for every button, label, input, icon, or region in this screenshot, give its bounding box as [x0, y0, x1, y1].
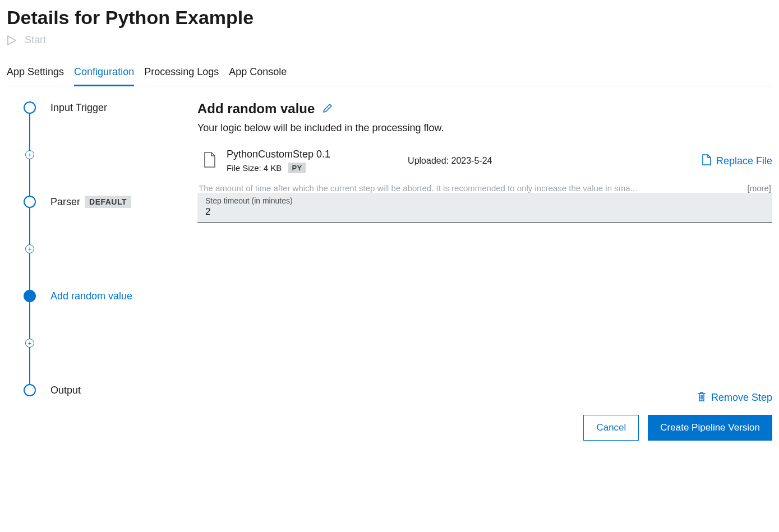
pipeline-node-output[interactable]: Output — [24, 383, 169, 397]
timeout-input-container[interactable]: Step timeout (in minutes) — [197, 193, 772, 223]
step-detail-panel: Add random value Your logic below will b… — [197, 101, 772, 441]
replace-file-label: Replace File — [716, 155, 772, 167]
timeout-input-label: Step timeout (in minutes) — [205, 196, 764, 205]
node-label: Parser — [50, 196, 80, 208]
file-name: PythonCustomStep 0.1 — [227, 149, 330, 160]
remove-step-label: Remove Step — [711, 392, 772, 404]
cancel-button[interactable]: Cancel — [583, 415, 639, 441]
connector-line — [29, 343, 30, 390]
step-description: Your logic below will be included in the… — [197, 122, 772, 134]
tab-bar: App Settings Configuration Processing Lo… — [7, 62, 772, 86]
node-circle-icon — [24, 384, 36, 396]
trash-icon — [697, 391, 707, 405]
node-label: Add random value — [50, 290, 132, 302]
file-type-badge: PY — [288, 163, 305, 173]
edit-icon[interactable] — [322, 102, 334, 115]
tab-processing-logs[interactable]: Processing Logs — [144, 62, 219, 86]
page-title: Details for Python Example — [7, 7, 772, 29]
start-label: Start — [25, 34, 46, 46]
pipeline-sidebar: Input Trigger + Parser DEFAULT + Add ran… — [7, 101, 169, 397]
plus-icon: + — [25, 244, 34, 253]
remove-step-button[interactable]: Remove Step — [697, 391, 772, 405]
connector-line — [29, 296, 30, 343]
pipeline-node-input-trigger[interactable]: Input Trigger — [24, 101, 169, 114]
file-info-row: PythonCustomStep 0.1 File Size: 4 KB PY … — [197, 146, 772, 183]
pipeline-node-parser[interactable]: Parser DEFAULT — [24, 195, 169, 209]
connector-line — [29, 155, 30, 202]
tab-app-console[interactable]: App Console — [229, 62, 287, 86]
node-label: Input Trigger — [50, 102, 107, 114]
step-title: Add random value — [197, 101, 315, 117]
pipeline-add-button[interactable]: + — [24, 242, 169, 256]
node-circle-icon — [24, 196, 36, 208]
tab-configuration[interactable]: Configuration — [74, 62, 134, 86]
create-pipeline-version-button[interactable]: Create Pipeline Version — [648, 415, 772, 441]
pipeline-add-button[interactable]: + — [24, 148, 169, 161]
timeout-help-text: The amount of time after which the curre… — [199, 183, 637, 193]
connector-line — [29, 108, 30, 155]
more-link[interactable]: [more] — [747, 183, 771, 193]
file-icon — [702, 154, 712, 169]
connector-line — [29, 202, 30, 249]
node-circle-icon — [24, 101, 36, 114]
node-circle-icon — [24, 290, 36, 302]
file-size: File Size: 4 KB — [227, 163, 282, 173]
timeout-input[interactable] — [205, 206, 764, 218]
play-icon — [7, 35, 17, 46]
start-button[interactable]: Start — [7, 34, 772, 46]
tab-app-settings[interactable]: App Settings — [7, 62, 64, 86]
file-icon — [203, 151, 216, 170]
node-label: Output — [50, 385, 81, 396]
pipeline-add-button[interactable]: + — [24, 336, 169, 350]
replace-file-button[interactable]: Replace File — [702, 154, 772, 169]
plus-icon: + — [25, 150, 34, 159]
plus-icon: + — [25, 339, 34, 348]
connector-line — [29, 249, 30, 296]
default-badge: DEFAULT — [85, 196, 131, 208]
pipeline-node-add-random-value[interactable]: Add random value — [24, 289, 169, 303]
uploaded-date: Uploaded: 2023-5-24 — [340, 156, 692, 166]
